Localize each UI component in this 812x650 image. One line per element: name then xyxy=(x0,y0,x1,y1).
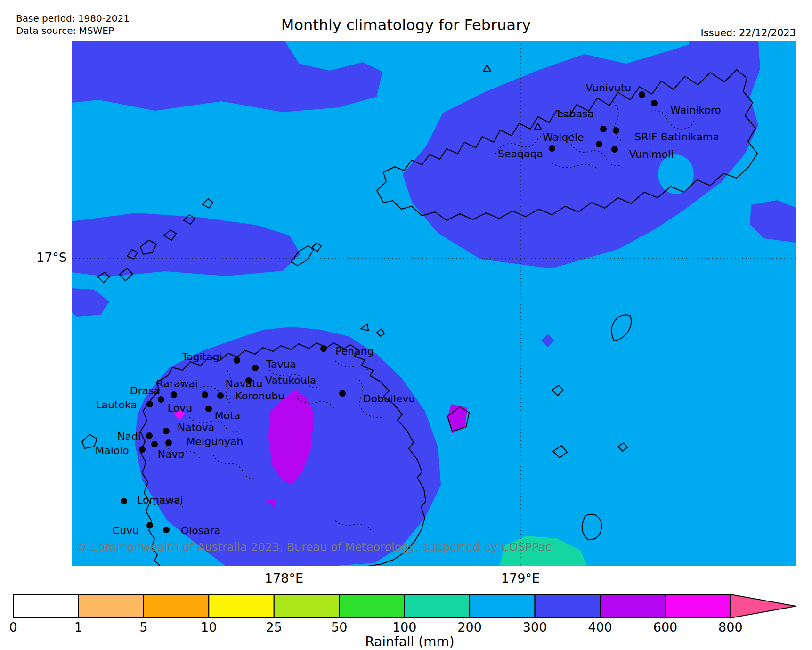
place-label-rarawai: Rarawai xyxy=(156,378,198,390)
station-dot xyxy=(163,428,170,434)
place-label-natova: Natova xyxy=(178,422,215,433)
colorbar-tick-label: 300 xyxy=(523,620,547,634)
colorbar-tick-label: 1 xyxy=(74,620,82,634)
colorbar-tick-label: 0 xyxy=(9,620,17,634)
colorbar-tick-label: 200 xyxy=(457,620,482,634)
place-label-labasa: Labasa xyxy=(557,108,594,120)
place-label-wainikoro: Wainikoro xyxy=(670,104,721,116)
page-title: Monthly climatology for February xyxy=(0,16,812,34)
place-label-olosara: Olosara xyxy=(181,525,220,536)
place-label-dobuilevu: Dobuilevu xyxy=(363,393,415,405)
colorbar-segment xyxy=(535,594,600,618)
station-dot xyxy=(151,441,158,447)
place-label-drasa: Drasa xyxy=(130,385,160,397)
place-label-tavua: Tavua xyxy=(266,358,296,370)
lon-tick-label: 178°E xyxy=(265,571,303,585)
lat-tick-label: 17°S xyxy=(27,250,67,265)
station-dot xyxy=(651,100,658,106)
station-dot xyxy=(146,522,153,528)
station-dot xyxy=(339,390,346,397)
station-dot xyxy=(639,91,645,98)
place-label-meigunyah: Meigunyah xyxy=(187,436,244,447)
place-label-lomawai: Lomawai xyxy=(137,494,183,506)
colorbar-tick-label: 10 xyxy=(201,620,217,634)
colorbar-tick-label: 800 xyxy=(718,620,743,634)
station-dot xyxy=(217,392,224,399)
station-dot xyxy=(549,145,555,152)
colorbar-segment xyxy=(13,594,78,618)
colorbar-segment xyxy=(274,594,339,618)
colorbar-tick-label: 50 xyxy=(331,620,347,634)
rain-300-400-regions xyxy=(72,41,796,566)
station-dot xyxy=(600,126,607,132)
place-label-vunimoli: Vunimoli xyxy=(629,148,674,160)
colorbar-segment xyxy=(209,594,274,618)
station-dot xyxy=(613,127,619,134)
colorbar-tick-label: 600 xyxy=(653,620,678,634)
place-label-koronubu: Koronubu xyxy=(235,390,285,402)
station-dot xyxy=(158,396,164,403)
colorbar-segment xyxy=(339,594,404,618)
station-dot xyxy=(171,391,177,398)
place-label-lautoka: Lautoka xyxy=(96,399,137,411)
place-label-seaqaqa: Seaqaqa xyxy=(498,148,543,160)
station-dot xyxy=(320,345,327,352)
station-dot xyxy=(205,406,212,412)
colorbar-segment xyxy=(78,594,143,618)
place-label-lovu: Lovu xyxy=(168,402,192,414)
colorbar-tick-label: 100 xyxy=(392,620,417,634)
station-dot xyxy=(252,365,259,371)
colorbar-segment xyxy=(600,594,665,618)
colorbar-tick-label: 400 xyxy=(588,620,612,634)
colorbar-segment xyxy=(405,594,470,618)
place-label-nadi: Nadi xyxy=(117,431,141,442)
colorbar-tick-label: 25 xyxy=(266,620,282,634)
rainfall-map: VunivutuWainikoroLabasaWaiqeleSRIF Batin… xyxy=(72,41,796,566)
place-label-penang: Penang xyxy=(335,345,374,357)
place-label-srif-batinikama: SRIF Batinikama xyxy=(634,131,719,143)
place-label-tagitagi: Tagitagi xyxy=(182,351,222,363)
place-label-navo: Navo xyxy=(158,448,184,460)
copyright-text: © Commonwealth of Australia 2023, Bureau… xyxy=(75,541,552,554)
colorbar-title: Rainfall (mm) xyxy=(365,634,454,650)
colorbar-arrow xyxy=(731,594,796,618)
place-label-vatukoula: Vatukoula xyxy=(265,374,316,386)
colorbar-segment xyxy=(144,594,209,618)
station-dot xyxy=(121,498,127,504)
station-dot xyxy=(163,527,170,533)
place-label-navatu: Navatu xyxy=(225,378,262,390)
colorbar-segment xyxy=(666,594,731,618)
lon-tick-label: 179°E xyxy=(501,571,540,585)
issued-date-text: Issued: 22/12/2023 xyxy=(701,27,796,39)
place-label-vunivutu: Vunivutu xyxy=(585,82,631,94)
station-dot xyxy=(234,357,240,364)
station-dot xyxy=(611,146,618,153)
place-label-waiqele: Waiqele xyxy=(543,131,584,143)
map-canvas xyxy=(72,41,796,566)
colorbar xyxy=(0,593,812,621)
station-dot xyxy=(146,432,153,439)
station-dot xyxy=(596,141,602,147)
station-dot xyxy=(139,446,146,453)
place-label-cuvu: Cuvu xyxy=(113,525,139,536)
colorbar-segment xyxy=(470,594,535,618)
climatology-figure: Base period: 1980-2021 Data source: MSWE… xyxy=(0,0,812,650)
colorbar-tick-label: 5 xyxy=(139,620,147,634)
place-label-mota: Mota xyxy=(215,410,241,422)
place-label-malolo: Malolo xyxy=(95,445,129,456)
station-dot xyxy=(165,439,172,446)
station-dot xyxy=(202,391,208,398)
station-dot xyxy=(146,401,153,407)
